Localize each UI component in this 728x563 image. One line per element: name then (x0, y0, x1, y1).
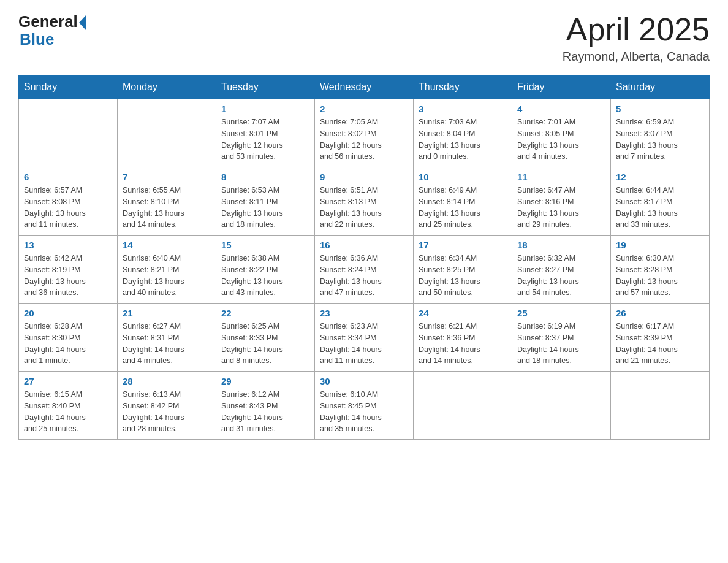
calendar-title: April 2025 (563, 12, 710, 47)
day-cell: 20Sunrise: 6:28 AM Sunset: 8:30 PM Dayli… (19, 304, 118, 372)
day-cell: 19Sunrise: 6:30 AM Sunset: 8:28 PM Dayli… (611, 236, 710, 304)
week-row: 27Sunrise: 6:15 AM Sunset: 8:40 PM Dayli… (19, 372, 710, 440)
day-number: 14 (123, 240, 211, 250)
day-cell: 23Sunrise: 6:23 AM Sunset: 8:34 PM Dayli… (315, 304, 414, 372)
week-row: 13Sunrise: 6:42 AM Sunset: 8:19 PM Dayli… (19, 236, 710, 304)
day-cell (414, 372, 512, 440)
day-number: 12 (616, 172, 704, 182)
day-info: Sunrise: 6:12 AM Sunset: 8:43 PM Dayligh… (221, 389, 309, 435)
header-cell-wednesday: Wednesday (315, 75, 414, 99)
day-cell (611, 372, 710, 440)
logo-icon (79, 15, 86, 31)
day-number: 10 (419, 172, 507, 182)
day-info: Sunrise: 6:57 AM Sunset: 8:08 PM Dayligh… (24, 185, 112, 231)
day-cell: 4Sunrise: 7:01 AM Sunset: 8:05 PM Daylig… (512, 99, 611, 167)
logo-general-text: General (18, 12, 78, 31)
day-cell: 26Sunrise: 6:17 AM Sunset: 8:39 PM Dayli… (611, 304, 710, 372)
logo-blue-text: Blue (20, 30, 54, 49)
week-row: 1Sunrise: 7:07 AM Sunset: 8:01 PM Daylig… (19, 99, 710, 167)
day-cell: 21Sunrise: 6:27 AM Sunset: 8:31 PM Dayli… (118, 304, 216, 372)
day-info: Sunrise: 6:53 AM Sunset: 8:11 PM Dayligh… (221, 185, 309, 231)
day-info: Sunrise: 6:55 AM Sunset: 8:10 PM Dayligh… (123, 185, 211, 231)
day-number: 23 (320, 308, 408, 318)
day-number: 9 (320, 172, 408, 182)
day-cell: 24Sunrise: 6:21 AM Sunset: 8:36 PM Dayli… (414, 304, 512, 372)
day-info: Sunrise: 6:34 AM Sunset: 8:25 PM Dayligh… (419, 253, 507, 299)
day-cell: 9Sunrise: 6:51 AM Sunset: 8:13 PM Daylig… (315, 167, 414, 236)
day-number: 5 (616, 104, 704, 114)
header-cell-saturday: Saturday (611, 75, 710, 99)
day-cell (512, 372, 611, 440)
day-info: Sunrise: 6:36 AM Sunset: 8:24 PM Dayligh… (320, 253, 408, 299)
day-cell: 5Sunrise: 6:59 AM Sunset: 8:07 PM Daylig… (611, 99, 710, 167)
week-row: 6Sunrise: 6:57 AM Sunset: 8:08 PM Daylig… (19, 167, 710, 236)
day-number: 8 (221, 172, 309, 182)
day-number: 15 (221, 240, 309, 250)
day-info: Sunrise: 6:17 AM Sunset: 8:39 PM Dayligh… (616, 321, 704, 367)
day-number: 28 (123, 376, 211, 386)
header-cell-tuesday: Tuesday (216, 75, 315, 99)
day-number: 20 (24, 308, 112, 318)
day-info: Sunrise: 6:44 AM Sunset: 8:17 PM Dayligh… (616, 185, 704, 231)
calendar-header: SundayMondayTuesdayWednesdayThursdayFrid… (19, 75, 710, 99)
day-number: 16 (320, 240, 408, 250)
day-info: Sunrise: 6:30 AM Sunset: 8:28 PM Dayligh… (616, 253, 704, 299)
day-info: Sunrise: 7:07 AM Sunset: 8:01 PM Dayligh… (221, 117, 309, 163)
day-info: Sunrise: 7:05 AM Sunset: 8:02 PM Dayligh… (320, 117, 408, 163)
day-number: 2 (320, 104, 408, 114)
day-number: 21 (123, 308, 211, 318)
day-cell: 28Sunrise: 6:13 AM Sunset: 8:42 PM Dayli… (118, 372, 216, 440)
day-cell: 11Sunrise: 6:47 AM Sunset: 8:16 PM Dayli… (512, 167, 611, 236)
day-cell: 25Sunrise: 6:19 AM Sunset: 8:37 PM Dayli… (512, 304, 611, 372)
logo-triangle-down (79, 23, 86, 31)
day-number: 13 (24, 240, 112, 250)
day-info: Sunrise: 6:42 AM Sunset: 8:19 PM Dayligh… (24, 253, 112, 299)
calendar-subtitle: Raymond, Alberta, Canada (563, 50, 710, 64)
day-number: 3 (419, 104, 507, 114)
day-info: Sunrise: 6:23 AM Sunset: 8:34 PM Dayligh… (320, 321, 408, 367)
day-info: Sunrise: 6:28 AM Sunset: 8:30 PM Dayligh… (24, 321, 112, 367)
day-cell: 29Sunrise: 6:12 AM Sunset: 8:43 PM Dayli… (216, 372, 315, 440)
day-info: Sunrise: 6:13 AM Sunset: 8:42 PM Dayligh… (123, 389, 211, 435)
page-header: General Blue April 2025 Raymond, Alberta… (18, 12, 710, 64)
day-cell: 2Sunrise: 7:05 AM Sunset: 8:02 PM Daylig… (315, 99, 414, 167)
week-row: 20Sunrise: 6:28 AM Sunset: 8:30 PM Dayli… (19, 304, 710, 372)
logo-triangle-up (79, 15, 86, 23)
day-info: Sunrise: 6:19 AM Sunset: 8:37 PM Dayligh… (517, 321, 605, 367)
header-cell-thursday: Thursday (414, 75, 512, 99)
day-info: Sunrise: 6:10 AM Sunset: 8:45 PM Dayligh… (320, 389, 408, 435)
day-number: 1 (221, 104, 309, 114)
day-info: Sunrise: 6:38 AM Sunset: 8:22 PM Dayligh… (221, 253, 309, 299)
day-number: 26 (616, 308, 704, 318)
day-info: Sunrise: 6:15 AM Sunset: 8:40 PM Dayligh… (24, 389, 112, 435)
day-cell: 14Sunrise: 6:40 AM Sunset: 8:21 PM Dayli… (118, 236, 216, 304)
day-cell: 7Sunrise: 6:55 AM Sunset: 8:10 PM Daylig… (118, 167, 216, 236)
day-info: Sunrise: 6:47 AM Sunset: 8:16 PM Dayligh… (517, 185, 605, 231)
day-number: 25 (517, 308, 605, 318)
day-number: 18 (517, 240, 605, 250)
header-row: SundayMondayTuesdayWednesdayThursdayFrid… (19, 75, 710, 99)
day-cell: 30Sunrise: 6:10 AM Sunset: 8:45 PM Dayli… (315, 372, 414, 440)
day-info: Sunrise: 7:01 AM Sunset: 8:05 PM Dayligh… (517, 117, 605, 163)
day-cell: 8Sunrise: 6:53 AM Sunset: 8:11 PM Daylig… (216, 167, 315, 236)
day-info: Sunrise: 6:25 AM Sunset: 8:33 PM Dayligh… (221, 321, 309, 367)
day-cell: 18Sunrise: 6:32 AM Sunset: 8:27 PM Dayli… (512, 236, 611, 304)
day-cell: 13Sunrise: 6:42 AM Sunset: 8:19 PM Dayli… (19, 236, 118, 304)
day-info: Sunrise: 6:32 AM Sunset: 8:27 PM Dayligh… (517, 253, 605, 299)
header-cell-sunday: Sunday (19, 75, 118, 99)
day-cell: 1Sunrise: 7:07 AM Sunset: 8:01 PM Daylig… (216, 99, 315, 167)
day-number: 19 (616, 240, 704, 250)
day-cell: 12Sunrise: 6:44 AM Sunset: 8:17 PM Dayli… (611, 167, 710, 236)
day-number: 6 (24, 172, 112, 182)
day-cell (118, 99, 216, 167)
day-cell: 17Sunrise: 6:34 AM Sunset: 8:25 PM Dayli… (414, 236, 512, 304)
day-number: 7 (123, 172, 211, 182)
day-info: Sunrise: 6:40 AM Sunset: 8:21 PM Dayligh… (123, 253, 211, 299)
day-cell: 3Sunrise: 7:03 AM Sunset: 8:04 PM Daylig… (414, 99, 512, 167)
day-cell: 6Sunrise: 6:57 AM Sunset: 8:08 PM Daylig… (19, 167, 118, 236)
day-number: 29 (221, 376, 309, 386)
day-cell: 22Sunrise: 6:25 AM Sunset: 8:33 PM Dayli… (216, 304, 315, 372)
day-number: 11 (517, 172, 605, 182)
day-info: Sunrise: 6:21 AM Sunset: 8:36 PM Dayligh… (419, 321, 507, 367)
day-cell: 27Sunrise: 6:15 AM Sunset: 8:40 PM Dayli… (19, 372, 118, 440)
